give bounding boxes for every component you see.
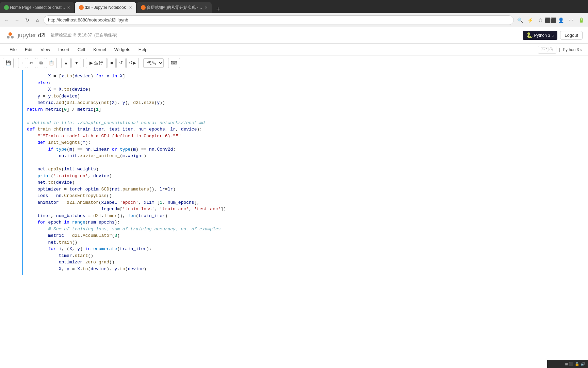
run-label: 运行 bbox=[94, 60, 103, 66]
url-text: http://localhost:8888/notebooks/d2l.ipyn… bbox=[48, 17, 128, 22]
toolbar: 💾 + ✂ ⧉ 📋 ▲ ▼ ▶ 运行 ■ ↺ ↺▶ 代码 ⌨ bbox=[0, 56, 588, 70]
checkpoint-info: 最新检查点: 昨天16:37 (已自动保存) bbox=[51, 32, 117, 38]
tab-jupyter-label: d2l - Jupyter Notebook bbox=[85, 5, 127, 10]
tab-home-close[interactable]: ✕ bbox=[67, 5, 70, 10]
run-icon: ▶ bbox=[89, 60, 93, 65]
notebook-name[interactable]: d2l bbox=[38, 32, 45, 39]
menu-right: 不可信 | Python 3 ○ bbox=[538, 46, 583, 53]
star-icon[interactable]: ☆ bbox=[536, 16, 544, 24]
cell-sidebar bbox=[0, 70, 22, 275]
toolbar-divider-1 bbox=[16, 59, 16, 67]
extensions-icon[interactable]: ⬛⬛ bbox=[546, 16, 555, 24]
browser-window: Home Page - Select or creat... ✕ d2l - J… bbox=[0, 0, 588, 27]
run-button[interactable]: ▶ 运行 bbox=[86, 58, 107, 68]
restart-button[interactable]: ↺ bbox=[116, 58, 126, 68]
menu-help[interactable]: Help bbox=[134, 45, 152, 54]
tab-bar: Home Page - Select or creat... ✕ d2l - J… bbox=[0, 0, 588, 13]
code-block: X = [x.to(device) for x in X] else: X = … bbox=[24, 72, 588, 274]
svg-point-0 bbox=[9, 32, 12, 36]
tab-mlp-close[interactable]: ✕ bbox=[205, 5, 208, 10]
lightning-icon[interactable]: ⚡ bbox=[526, 16, 534, 24]
menu-view[interactable]: View bbox=[36, 45, 54, 54]
cell-type-select[interactable]: 代码 bbox=[143, 58, 164, 68]
new-tab-button[interactable]: + bbox=[214, 6, 223, 13]
code-area[interactable]: X = [x.to(device) for x in X] else: X = … bbox=[0, 70, 588, 368]
restart-run-button[interactable]: ↺▶ bbox=[126, 58, 139, 68]
toolbar-divider-3 bbox=[83, 59, 84, 67]
checkpoint-label: 最新检查点: 昨天16:37 bbox=[51, 33, 92, 37]
address-bar: ← → ↻ ⌂ http://localhost:8888/notebooks/… bbox=[0, 13, 588, 27]
python-menu-badge: Python 3 ○ bbox=[563, 47, 583, 52]
autosave-label: (已自动保存) bbox=[94, 33, 117, 37]
menu-insert[interactable]: Insert bbox=[54, 45, 74, 54]
forward-button[interactable]: → bbox=[13, 16, 21, 24]
toolbar-divider-5 bbox=[166, 59, 166, 67]
divider-bar: | bbox=[559, 47, 560, 52]
cut-cell-button[interactable]: ✂ bbox=[27, 58, 36, 68]
battery-icon: 🔋 bbox=[577, 16, 585, 24]
menu-bar: File Edit View Insert Cell Kernel Widget… bbox=[0, 44, 588, 56]
status-icons: ⊞ ⬛ 🔒 🔊 bbox=[565, 362, 585, 366]
svg-point-2 bbox=[11, 36, 14, 39]
profile-icon[interactable]: 👤 bbox=[557, 16, 565, 24]
python-badge: 🐍 Python 3 ○ bbox=[523, 31, 558, 40]
home-nav-button[interactable]: ⌂ bbox=[33, 16, 42, 24]
copy-cell-button[interactable]: ⧉ bbox=[37, 58, 45, 68]
move-up-button[interactable]: ▲ bbox=[61, 58, 71, 68]
cell-content[interactable]: X = [x.to(device) for x in X] else: X = … bbox=[22, 70, 588, 275]
add-cell-button[interactable]: + bbox=[18, 58, 26, 68]
tab-mlp[interactable]: 多层感知机的从零开始实现 - Ju... ✕ bbox=[137, 2, 212, 13]
active-cell: X = [x.to(device) for x in X] else: X = … bbox=[0, 70, 588, 275]
back-button[interactable]: ← bbox=[3, 16, 11, 24]
menu-cell[interactable]: Cell bbox=[74, 45, 89, 54]
jupyter-container: jupyter d2l 最新检查点: 昨天16:37 (已自动保存) 🐍 Pyt… bbox=[0, 27, 588, 368]
browser-toolbar-icons: 🔍 ⚡ ☆ ⬛⬛ 👤 ⋯ 🔋 bbox=[516, 16, 585, 24]
python-label: Python 3 bbox=[534, 33, 550, 38]
interrupt-button[interactable]: ■ bbox=[108, 58, 116, 68]
url-bar[interactable]: http://localhost:8888/notebooks/d2l.ipyn… bbox=[44, 15, 514, 25]
toolbar-divider-4 bbox=[141, 59, 141, 67]
jupyter-logo-icon bbox=[5, 31, 15, 40]
kernel-status: ○ bbox=[552, 33, 554, 38]
tab-mlp-label: 多层感知机的从零开始实现 - Ju... bbox=[147, 5, 202, 11]
mlp-favicon bbox=[141, 5, 146, 10]
jupyter-logo: jupyter bbox=[5, 31, 36, 40]
refresh-button[interactable]: ↻ bbox=[23, 16, 31, 24]
menu-kernel[interactable]: Kernel bbox=[89, 45, 110, 54]
paste-cell-button[interactable]: 📋 bbox=[46, 58, 57, 68]
tab-jupyter[interactable]: d2l - Jupyter Notebook ✕ bbox=[75, 2, 136, 13]
menu-widgets[interactable]: Widgets bbox=[110, 45, 134, 54]
svg-point-1 bbox=[7, 36, 10, 39]
tab-home[interactable]: Home Page - Select or creat... ✕ bbox=[0, 2, 74, 13]
save-button[interactable]: 💾 bbox=[3, 58, 14, 68]
tab-jupyter-close[interactable]: ✕ bbox=[129, 5, 132, 10]
not-trusted-badge: 不可信 bbox=[538, 46, 556, 53]
jupyter-title: jupyter bbox=[18, 32, 36, 39]
tab-home-label: Home Page - Select or creat... bbox=[10, 5, 65, 10]
settings-icon[interactable]: ⋯ bbox=[567, 16, 575, 24]
keyboard-shortcuts-button[interactable]: ⌨ bbox=[168, 58, 180, 68]
status-bar: ⊞ ⬛ 🔒 🔊 bbox=[547, 360, 588, 368]
move-down-button[interactable]: ▼ bbox=[71, 58, 81, 68]
search-icon[interactable]: 🔍 bbox=[516, 16, 524, 24]
menu-edit[interactable]: Edit bbox=[21, 45, 36, 54]
toolbar-divider-2 bbox=[59, 59, 59, 67]
home-favicon bbox=[4, 5, 9, 10]
jupyter-header: jupyter d2l 最新检查点: 昨天16:37 (已自动保存) 🐍 Pyt… bbox=[0, 27, 588, 44]
logout-button[interactable]: Logout bbox=[560, 31, 583, 40]
menu-file[interactable]: File bbox=[5, 45, 21, 54]
jupyter-favicon bbox=[79, 5, 84, 10]
